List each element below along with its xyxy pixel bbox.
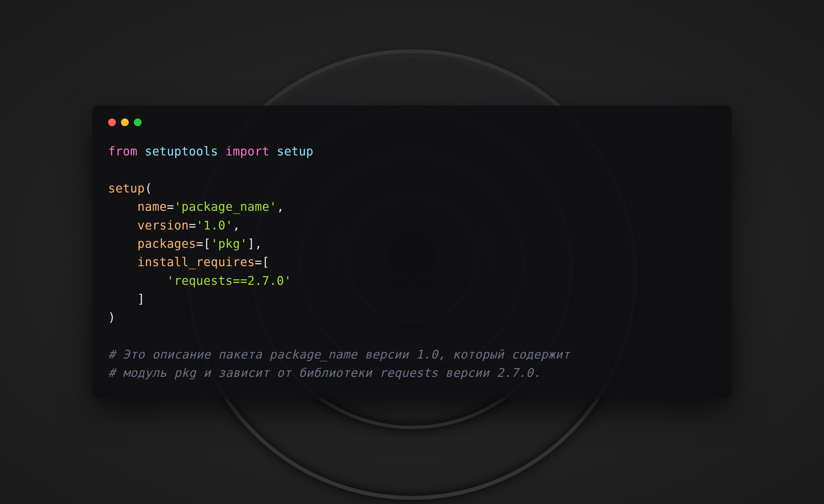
comma: ,: [255, 237, 262, 251]
param-name: name: [137, 200, 167, 214]
comma: ,: [233, 218, 240, 232]
close-icon[interactable]: [108, 118, 116, 126]
bracket-open: [: [262, 255, 270, 269]
param-install-requires: install_requires: [137, 255, 254, 269]
paren-open: (: [145, 182, 152, 195]
maximize-icon[interactable]: [134, 118, 142, 126]
equals: =: [167, 200, 174, 214]
equals: =: [189, 218, 196, 232]
module-name: setuptools: [145, 144, 218, 158]
keyword-import: import: [225, 144, 270, 158]
param-packages: packages: [137, 237, 196, 251]
string-literal: 'pkg': [211, 237, 247, 251]
comment-line: # Это описание пакета package_name верси…: [108, 347, 570, 362]
keyword-from: from: [108, 144, 137, 158]
bracket-close: ]: [137, 292, 145, 306]
bracket-close: ]: [247, 237, 255, 251]
function-call: setup: [108, 182, 145, 195]
equals: =: [196, 237, 203, 251]
string-literal: 'requests==2.7.0': [167, 274, 291, 288]
string-literal: '1.0': [196, 218, 233, 232]
string-literal: 'package_name': [174, 200, 277, 214]
paren-close: ): [108, 311, 116, 324]
minimize-icon[interactable]: [121, 118, 129, 126]
bracket-open: [: [203, 237, 211, 251]
equals: =: [255, 255, 262, 269]
comma: ,: [277, 200, 284, 214]
window-controls: [108, 118, 716, 126]
import-name: setup: [277, 144, 313, 158]
code-content[interactable]: from setuptools import setup setup( name…: [108, 142, 716, 382]
param-version: version: [137, 218, 189, 232]
comment-line: # модуль pkg и зависит от библиотеки req…: [108, 366, 541, 380]
code-editor-window: from setuptools import setup setup( name…: [92, 106, 732, 398]
